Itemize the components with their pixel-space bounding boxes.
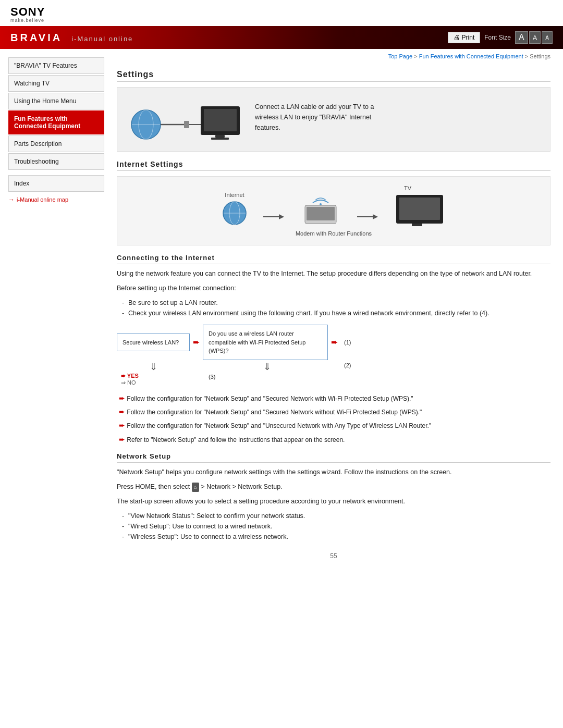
internet-label: Internet — [225, 192, 244, 198]
font-size-medium-button[interactable]: A — [529, 31, 541, 44]
svg-marker-14 — [279, 214, 284, 219]
sidebar-index[interactable]: Index — [8, 175, 104, 192]
network-setup-para2: Press HOME, then select ⌂ > Network > Ne… — [117, 482, 550, 492]
sony-logo: SONY — [10, 6, 553, 18]
modem-caption: Modem with Router Functions — [296, 230, 372, 237]
instruction-3-text: Follow the configuration for "Network Se… — [127, 422, 431, 429]
breadcrumb-top[interactable]: Top Page — [388, 53, 412, 59]
instruction-arrow-2: ➨ — [119, 406, 125, 417]
instruction-2-text: Follow the configuration for "Network Se… — [127, 409, 422, 416]
sony-tagline: make.believe — [10, 18, 553, 23]
internet-diagram: Internet — [117, 176, 550, 245]
svg-rect-21 — [399, 198, 440, 220]
connecting-list: Be sure to set up a LAN router. Check yo… — [122, 298, 550, 318]
connecting-para2: Before setting up the Internet connectio… — [117, 283, 550, 293]
content-area: Top Page > Fun Features with Connected E… — [104, 49, 563, 572]
bravia-bar-controls: 🖨 Print Font Size A A A — [448, 31, 553, 44]
instruction-1-text: Follow the configuration for "Network Se… — [127, 395, 413, 402]
sidebar-item-fun-features[interactable]: Fun Features withConnected Equipment — [8, 110, 104, 134]
instructions-list: ➨ Follow the configuration for "Network … — [117, 392, 550, 446]
tv-label: TV — [404, 185, 411, 191]
breadcrumb: Top Page > Fun Features with Connected E… — [117, 49, 550, 65]
flow-box2-line2: compatible with Wi-Fi Protected Setup — [209, 339, 305, 346]
svg-marker-19 — [373, 214, 378, 219]
settings-diagram-svg — [128, 96, 242, 143]
network-setup-list-item-2: "Wired Setup": Use to connect to a wired… — [122, 521, 550, 532]
sidebar-item-watching[interactable]: Watching TV — [8, 75, 104, 92]
instruction-3: ➨ Follow the configuration for "Network … — [117, 419, 550, 431]
connecting-list-item-1: Be sure to set up a LAN router. — [122, 298, 550, 308]
breadcrumb-sep1: > — [414, 53, 419, 59]
flow-arrow-1: ➨ — [190, 337, 203, 347]
sidebar-item-bravia-tv-features[interactable]: "BRAVIA" TV Features — [8, 57, 104, 74]
font-size-large-button[interactable]: A — [515, 31, 528, 44]
sidebar-map-link[interactable]: → i-Manual online map — [8, 196, 104, 203]
sidebar-item-home-menu[interactable]: Using the Home Menu — [8, 93, 104, 109]
settings-illustration: Connect a LAN cable or add your TV to a … — [117, 87, 550, 152]
connecting-title: Connecting to the Internet — [117, 254, 550, 264]
breadcrumb-fun-features[interactable]: Fun Features with Connected Equipment — [419, 53, 523, 59]
connecting-list-item-2: Check your wireless LAN environment usin… — [122, 308, 550, 318]
top-header: SONY make.believe — [0, 0, 563, 26]
font-size-small-button[interactable]: A — [542, 31, 553, 44]
print-button[interactable]: 🖨 Print — [448, 32, 481, 43]
arrow-right-diagram-svg — [263, 212, 284, 222]
network-setup-para3: The start-up screen allows you to select… — [117, 496, 550, 507]
svg-rect-22 — [412, 224, 422, 226]
settings-description: Connect a LAN cable or add your TV to a … — [255, 102, 390, 133]
map-link-label: i-Manual online map — [17, 196, 68, 203]
network-setup-list-item-1: "View Network Status": Select to confirm… — [122, 511, 550, 521]
font-size-label: Font Size — [484, 34, 511, 41]
flow-box2-line3: (WPS)? — [209, 348, 229, 354]
bravia-bar: BRAVIA i-Manual online 🖨 Print Font Size… — [0, 26, 563, 49]
network-setup-para1: "Network Setup" helps you configure netw… — [117, 467, 550, 477]
flow-num-1: (1) — [341, 339, 354, 346]
flow-no: ⇒ NO — [121, 379, 190, 386]
arrow-right2-diagram-svg — [357, 212, 378, 222]
bravia-subtitle: i-Manual online — [71, 35, 133, 43]
network-setup-title: Network Setup — [117, 452, 550, 463]
svg-rect-9 — [211, 138, 229, 140]
instruction-2: ➨ Follow the configuration for "Network … — [117, 406, 550, 417]
page-number: 55 — [117, 552, 550, 560]
instruction-1: ➨ Follow the configuration for "Network … — [117, 392, 550, 404]
font-size-controls: A A A — [515, 31, 553, 44]
sidebar-item-parts[interactable]: Parts Description — [8, 135, 104, 152]
settings-title: Settings — [117, 70, 550, 82]
sidebar: "BRAVIA" TV Features Watching TV Using t… — [0, 49, 104, 572]
internet-globe-svg — [222, 200, 248, 226]
network-setup-list-item-3: "Wireless Setup": Use to connect to a wi… — [122, 532, 550, 542]
instruction-4-text: Refer to "Network Setup" and follow the … — [127, 436, 345, 443]
flow-num-3-indent: (3) — [209, 373, 329, 380]
flowchart: Secure wireless LAN? ➨ Do you use a wire… — [117, 325, 550, 386]
sidebar-item-troubleshooting[interactable]: Troubleshooting — [8, 153, 104, 170]
flow-box2-line1: Do you use a wireless LAN router — [209, 330, 294, 337]
home-icon: ⌂ — [192, 483, 199, 492]
svg-point-17 — [320, 203, 322, 205]
connecting-para1: Using the network feature you can connec… — [117, 268, 550, 279]
instruction-4: ➨ Refer to "Network Setup" and follow th… — [117, 434, 550, 445]
instruction-arrow-1: ➨ — [119, 392, 125, 404]
flow-arrow-down-2: ⇓ — [263, 361, 271, 373]
breadcrumb-current: Settings — [530, 53, 550, 59]
print-label: Print — [462, 34, 475, 41]
flow-box-1: Secure wireless LAN? — [117, 334, 190, 352]
flow-box1-text: Secure wireless LAN? — [123, 339, 179, 346]
flow-yes: ➨ YES — [121, 373, 190, 379]
arrow-right-icon: → — [8, 196, 15, 203]
bravia-title: BRAVIA — [10, 32, 62, 44]
internet-settings-title: Internet Settings — [117, 160, 550, 171]
main-layout: "BRAVIA" TV Features Watching TV Using t… — [0, 49, 563, 572]
flow-arrow-2: ➨ — [328, 337, 341, 347]
instruction-arrow-3: ➨ — [119, 419, 125, 431]
printer-icon: 🖨 — [454, 34, 460, 41]
flow-num-2: (2) — [344, 361, 351, 368]
svg-rect-8 — [215, 135, 225, 138]
modem-svg — [300, 195, 341, 226]
svg-rect-16 — [307, 207, 335, 220]
flow-box-2: Do you use a wireless LAN router compati… — [203, 325, 328, 360]
instruction-arrow-4: ➨ — [119, 434, 125, 445]
svg-rect-4 — [184, 121, 189, 128]
breadcrumb-sep2: > — [525, 53, 530, 59]
tv-diagram-svg — [394, 192, 446, 226]
